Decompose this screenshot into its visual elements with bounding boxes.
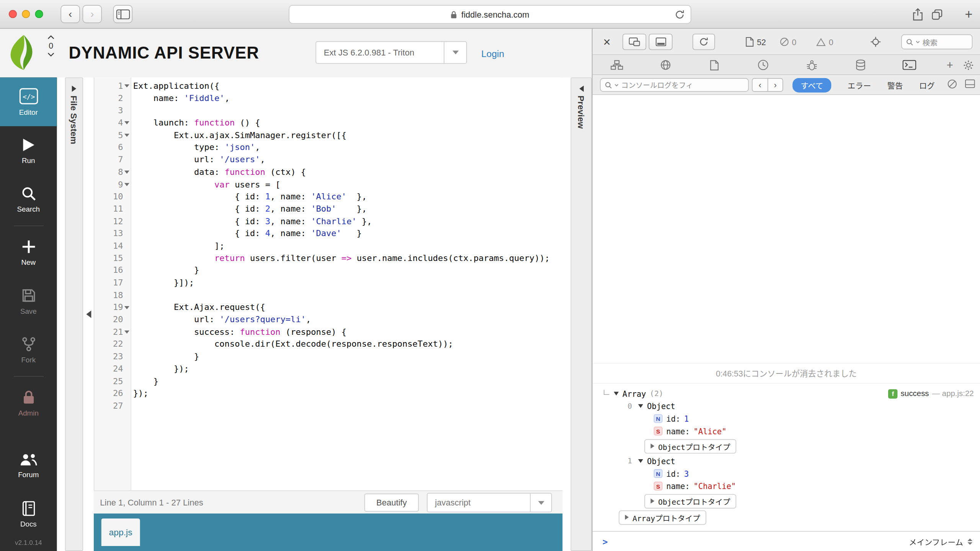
code-fold-arrow-icon[interactable]: [124, 85, 129, 88]
console-prompt[interactable]: >: [603, 531, 608, 551]
stepper-up-icon[interactable]: [47, 35, 54, 39]
expander-icon[interactable]: [638, 459, 643, 463]
sidebar-item-new[interactable]: New: [0, 228, 57, 277]
browser-sidebar-toggle-button[interactable]: [113, 5, 133, 23]
expand-right-icon[interactable]: [72, 86, 76, 92]
inspector-reload-button[interactable]: [693, 34, 715, 50]
inspector-search-field[interactable]: 検索: [901, 34, 972, 49]
find-previous-button[interactable]: ‹: [752, 78, 768, 92]
address-bar[interactable]: fiddle.sencha.com: [289, 5, 691, 24]
code-fold-arrow-icon[interactable]: [124, 121, 129, 124]
error-count[interactable]: 0: [780, 29, 797, 55]
expander-icon: [625, 515, 629, 520]
resource-count[interactable]: 52: [746, 29, 766, 55]
prototype-expand-button[interactable]: Arrayプロトタイプ: [619, 510, 706, 525]
beautify-button[interactable]: Beautify: [364, 494, 419, 512]
split-pane-icon: [965, 79, 975, 88]
docs-book-icon: [22, 501, 35, 517]
console-scope-option[interactable]: エラー: [848, 79, 871, 91]
inspector-settings-button[interactable]: [963, 60, 974, 70]
prototype-row: Arrayプロトタイプ: [593, 510, 980, 525]
console-scope-option[interactable]: ログ: [919, 79, 935, 91]
expander-icon[interactable]: [614, 392, 619, 396]
code-fold-arrow-icon[interactable]: [124, 306, 129, 309]
sidebar-item-search[interactable]: Search: [0, 175, 57, 223]
back-button[interactable]: ‹: [60, 5, 80, 23]
sidebar-item-label: Forum: [18, 471, 39, 478]
language-select[interactable]: javascript: [427, 493, 552, 512]
framework-select-arrow[interactable]: [444, 42, 466, 63]
login-link[interactable]: Login: [481, 29, 504, 77]
clear-console-button[interactable]: [947, 79, 957, 91]
reload-button[interactable]: [675, 9, 685, 22]
add-tab-button[interactable]: +: [947, 59, 953, 72]
console-filter-field[interactable]: コンソールログをフィ: [600, 78, 749, 92]
tab-app-js[interactable]: app.js: [101, 518, 140, 546]
console-toolbar-right: [947, 75, 975, 95]
fiddle-version-stepper: 0: [47, 35, 54, 57]
code-fold-arrow-icon[interactable]: [124, 134, 129, 137]
file-system-panel-collapsed[interactable]: File System: [65, 77, 83, 551]
sencha-logo[interactable]: [5, 34, 41, 73]
object-type-label: Object: [647, 401, 675, 411]
source-link[interactable]: — app.js:22: [932, 389, 974, 398]
sidebar-item-fork[interactable]: Fork: [0, 326, 57, 374]
sidebar-item-label: New: [21, 258, 36, 266]
warning-count[interactable]: 0: [816, 29, 833, 55]
element-picker-button[interactable]: [871, 29, 880, 55]
console-scope-option[interactable]: 警告: [887, 79, 903, 91]
find-next-button[interactable]: ›: [768, 78, 783, 92]
search-icon: [21, 186, 36, 202]
sidebar-item-save[interactable]: Save: [0, 277, 57, 325]
gutter-line: 27: [95, 400, 131, 412]
tab-debugger[interactable]: [787, 55, 836, 75]
tab-overview-button[interactable]: [932, 9, 942, 20]
forward-button[interactable]: ›: [83, 5, 102, 23]
share-button[interactable]: [912, 8, 923, 21]
gutter-line: 22: [95, 338, 131, 350]
splitter-collapse-handle[interactable]: [86, 310, 91, 318]
dock-bottom-button[interactable]: [649, 34, 673, 50]
gutter-line: 26: [95, 388, 131, 400]
new-tab-button[interactable]: +: [965, 7, 972, 22]
console-tree-row: Nid:3: [593, 467, 980, 480]
editor-code-area[interactable]: Ext.application({ name: 'Fiddle', launch…: [131, 77, 563, 490]
preview-panel-collapsed[interactable]: Preview: [571, 77, 592, 551]
frame-selector[interactable]: メインフレーム: [909, 531, 972, 551]
window-zoom-button[interactable]: [35, 10, 43, 18]
expand-left-icon[interactable]: [579, 86, 583, 92]
framework-select[interactable]: Ext JS 6.2.0.981 - Triton: [315, 41, 467, 64]
sidebar-item-docs[interactable]: Docs: [0, 490, 57, 538]
gutter-line: 7: [95, 154, 131, 166]
code-fold-arrow-icon[interactable]: [124, 331, 129, 334]
inspector-close-button[interactable]: ×: [599, 29, 615, 55]
tab-timelines[interactable]: [739, 55, 787, 75]
tab-console[interactable]: [885, 55, 934, 75]
window-close-button[interactable]: [9, 10, 17, 18]
code-fold-arrow-icon[interactable]: [124, 183, 129, 186]
expander-icon[interactable]: [638, 404, 643, 408]
split-console-button[interactable]: [965, 79, 975, 90]
page-icon: [746, 37, 754, 47]
sidebar-item-admin[interactable]: Admin: [0, 378, 57, 427]
tab-resources[interactable]: [690, 55, 738, 75]
prototype-expand-button[interactable]: Objectプロトタイプ: [644, 494, 737, 509]
gutter-line: 21: [95, 326, 131, 338]
tab-network[interactable]: [641, 55, 690, 75]
window-minimize-button[interactable]: [22, 10, 30, 18]
console-scope-active[interactable]: すべて: [792, 78, 831, 92]
stepper-down-icon[interactable]: [47, 52, 54, 57]
tab-storage[interactable]: [836, 55, 885, 75]
gutter-line: 25: [95, 375, 131, 387]
log-source-location[interactable]: fsuccess— app.js:22: [888, 387, 973, 400]
editor-status-bar: Line 1, Column 1 - 27 Lines Beautify jav…: [94, 491, 562, 514]
code-fold-arrow-icon[interactable]: [124, 171, 129, 174]
code-line: url: '/users?query=li',: [133, 314, 563, 326]
dock-undock-button[interactable]: [622, 34, 646, 50]
sidebar-item-editor[interactable]: </>Editor: [0, 77, 57, 126]
language-select-arrow[interactable]: [530, 494, 551, 512]
prototype-expand-button[interactable]: Objectプロトタイプ: [644, 439, 737, 453]
sidebar-item-forum[interactable]: Forum: [0, 441, 57, 490]
sidebar-item-run[interactable]: Run: [0, 126, 57, 175]
tab-elements[interactable]: [593, 55, 641, 75]
